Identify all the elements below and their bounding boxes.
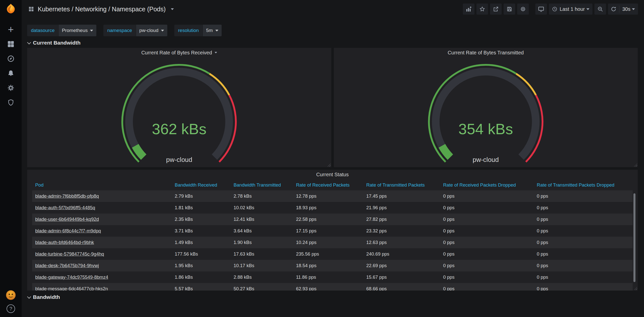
table-cell: 11.86 pps <box>294 271 364 283</box>
table-row: blade-admin-7f6bb8f5db-pfp8q2.79 kBs2.78… <box>32 190 633 202</box>
dashboard-grid-icon <box>28 6 34 12</box>
main-area: Kubernetes / Networking / Namespace (Pod… <box>22 0 644 317</box>
row-toggle-bandwidth[interactable]: Bandwidth <box>27 294 638 300</box>
table-cell: 0 pps <box>535 214 633 225</box>
settings-gear-button[interactable] <box>517 4 529 15</box>
table-cell: 1.90 kBs <box>231 237 294 248</box>
zoom-out-button[interactable] <box>594 4 606 15</box>
caret-down-icon <box>632 8 635 10</box>
table-row: blade-auth-5f7bd96ff5-4485q1.81 kBs10.02… <box>32 202 633 214</box>
gauge-value: 362 kBs <box>27 120 331 137</box>
table-row: blade-admin-6f8c44c7f7-m9dpq3.71 kBs3.64… <box>32 225 633 237</box>
column-header[interactable]: Rate of Received Packets <box>294 180 364 190</box>
table-cell: 0 pps <box>441 202 535 214</box>
dashboards-icon[interactable] <box>0 37 22 51</box>
add-panel-button[interactable] <box>463 4 474 15</box>
clock-icon <box>552 6 557 12</box>
table-row: blade-auth-bfd6464bd-r9bhk1.49 kBs1.90 k… <box>32 237 633 248</box>
row-title: Bandwidth <box>33 294 60 300</box>
panel-title: Current Rate of Bytes Transmitted <box>448 50 524 56</box>
variable-namespace: namespace pw-cloud <box>103 25 167 36</box>
explore-compass-icon[interactable] <box>0 51 22 66</box>
user-avatar[interactable] <box>6 290 16 300</box>
pod-link[interactable]: blade-desk-7b6475b794-9hvwj <box>35 263 99 268</box>
refresh-button[interactable] <box>608 4 619 15</box>
pod-link[interactable]: blade-message-6dc46477cb-hks2n <box>35 286 108 291</box>
table-cell: 0 pps <box>535 260 633 271</box>
row-title: Current Bandwidth <box>33 40 80 46</box>
pod-cell: blade-turbine-579847745c-9g4hq <box>32 248 173 260</box>
row-toggle-current-bandwidth[interactable]: Current Bandwidth <box>27 40 638 46</box>
pod-link[interactable]: blade-admin-7f6bb8f5db-pfp8q <box>35 193 99 199</box>
table-scrollbar[interactable] <box>633 193 635 282</box>
variable-value-dropdown[interactable]: 5m <box>203 25 221 36</box>
variable-value: 5m <box>206 28 213 33</box>
table-row: blade-message-6dc46477cb-hks2n5.57 kBs50… <box>32 283 633 291</box>
alerting-bell-icon[interactable] <box>0 66 22 81</box>
table-cell: 15.67 pps <box>364 271 441 283</box>
status-table-body: blade-admin-7f6bb8f5db-pfp8q2.79 kBs2.78… <box>32 190 633 291</box>
pod-link[interactable]: blade-auth-5f7bd96ff5-4485q <box>35 205 95 210</box>
panel-title-menu[interactable]: Current Rate of Bytes Transmitted <box>334 48 638 57</box>
caret-down-icon <box>215 52 217 53</box>
panel-title-menu[interactable]: Current Rate of Bytes Received <box>27 48 331 57</box>
template-variables: datasource Prometheus namespace pw-cloud… <box>27 25 638 36</box>
pod-link[interactable]: blade-user-6b649449b4-kq92d <box>35 217 99 222</box>
pod-link[interactable]: blade-gateway-74dc975549-8bmz4 <box>35 274 108 280</box>
column-header[interactable]: Rate of Received Packets Dropped <box>441 180 535 190</box>
pod-link[interactable]: blade-admin-6f8c44c7f7-m9dpq <box>35 228 101 233</box>
table-cell: 240.69 pps <box>364 248 441 260</box>
gauge: 362 kBs pw-cloud <box>27 57 331 166</box>
column-header[interactable]: Rate of Transmitted Packets <box>364 180 441 190</box>
table-cell: 0 pps <box>535 271 633 283</box>
gauge: 354 kBs pw-cloud <box>334 57 638 166</box>
column-header[interactable]: Rate of Transmitted Packets Dropped <box>535 180 633 190</box>
admin-shield-icon[interactable] <box>0 95 22 110</box>
pod-cell: blade-user-6b649449b4-kq92d <box>32 214 173 225</box>
create-icon[interactable]: + <box>0 22 22 37</box>
table-cell: 0 pps <box>535 283 633 291</box>
caret-down-icon <box>171 8 174 10</box>
refresh-control: 30s <box>608 4 638 15</box>
variable-value-dropdown[interactable]: Prometheus <box>59 25 96 36</box>
pod-link[interactable]: blade-turbine-579847745c-9g4hq <box>35 251 104 257</box>
share-button[interactable] <box>490 4 502 15</box>
dashboard-title-button[interactable]: Kubernetes / Networking / Namespace (Pod… <box>28 6 174 13</box>
status-table: PodBandwidth ReceivedBandwidth Transmitt… <box>32 180 633 291</box>
variable-label: namespace <box>103 25 136 36</box>
pod-cell: blade-gateway-74dc975549-8bmz4 <box>32 271 173 283</box>
variable-value-dropdown[interactable]: pw-cloud <box>136 25 167 36</box>
table-cell: 0 pps <box>441 225 535 237</box>
caret-down-icon <box>90 30 93 31</box>
column-header[interactable]: Bandwidth Transmitted <box>231 180 294 190</box>
table-cell: 10.02 kBs <box>231 202 294 214</box>
table-cell: 3.64 kBs <box>231 225 294 237</box>
cycle-view-monitor-button[interactable] <box>535 4 547 15</box>
nav-actions: Last 1 hour 30s <box>461 4 638 15</box>
table-cell: 21.96 pps <box>364 202 441 214</box>
table-cell: 0 pps <box>441 190 535 202</box>
panel-title: Current Status <box>316 172 349 178</box>
table-cell: 0 pps <box>441 237 535 248</box>
column-header[interactable]: Pod <box>32 180 173 190</box>
grafana-logo-icon[interactable] <box>5 0 17 22</box>
panel-current-rate-bytes-transmitted: Current Rate of Bytes Transmitted 354 kB… <box>334 48 638 167</box>
panel-title-menu[interactable]: Current Status <box>27 170 638 179</box>
table-cell: 2.78 kBs <box>231 190 294 202</box>
variable-label: datasource <box>27 25 58 36</box>
star-button[interactable] <box>476 4 488 15</box>
table-cell: 1.86 kBs <box>173 271 232 283</box>
save-button[interactable] <box>504 4 515 15</box>
table-cell: 0 pps <box>535 225 633 237</box>
column-header[interactable]: Bandwidth Received <box>173 180 232 190</box>
sidebar: + <box>0 0 22 317</box>
table-cell: 2.79 kBs <box>173 190 232 202</box>
configuration-gear-icon[interactable] <box>0 81 22 95</box>
caret-down-icon <box>586 8 589 10</box>
help-icon[interactable]: ? <box>7 304 15 313</box>
refresh-interval-dropdown[interactable]: 30s <box>619 6 638 12</box>
table-cell: 17.45 pps <box>364 190 441 202</box>
pod-link[interactable]: blade-auth-bfd6464bd-r9bhk <box>35 240 94 245</box>
time-range-picker[interactable]: Last 1 hour <box>549 4 592 15</box>
variable-datasource: datasource Prometheus <box>27 25 96 36</box>
